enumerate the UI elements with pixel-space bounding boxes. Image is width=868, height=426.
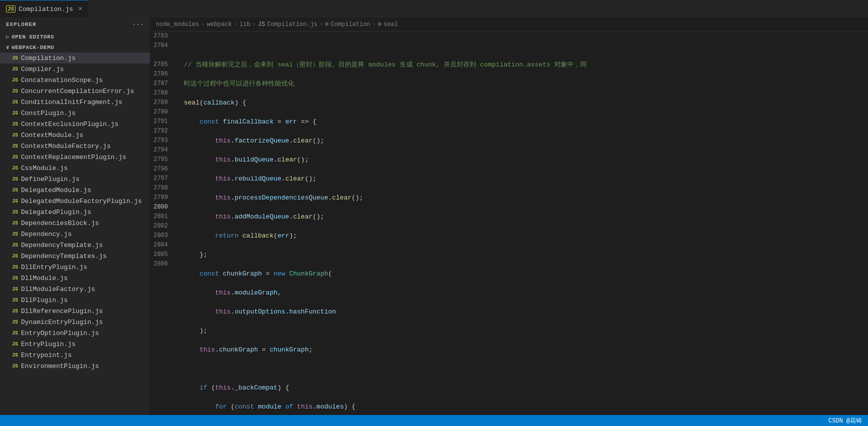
line-num-2793: 2793 (150, 136, 172, 146)
file-name: Compiler.js (21, 66, 64, 73)
sidebar-item-dllmodulefactory-js[interactable]: JS DllModuleFactory.js (0, 284, 150, 294)
code-line-2786: const finalCallback = err => { (184, 117, 868, 126)
js-icon: JS (12, 166, 18, 171)
close-tab-icon[interactable]: × (78, 5, 82, 13)
file-name: DependencyTemplate.js (21, 242, 103, 249)
js-icon: JS (12, 132, 18, 138)
js-icon: JS (12, 254, 18, 259)
line-num-2785: 2785 (150, 60, 172, 70)
sidebar-item-dependency-js[interactable]: JS Dependency.js (0, 228, 150, 240)
sidebar-item-delegatedmodule-js[interactable]: JS DelegatedModule.js (0, 184, 150, 196)
line-num-2801: 2801 (150, 212, 172, 222)
code-content[interactable]: // 当模块解析完之后，会来到 seal（密封）阶段。目的是将 modules … (176, 32, 868, 415)
tab-compilation-js[interactable]: JS Compilation.js × (0, 0, 88, 18)
sidebar-item-compilation-js[interactable]: JS Compilation.js (0, 52, 150, 64)
js-icon: JS (12, 352, 18, 358)
sidebar-item-entrypoint-js[interactable]: JS Entrypoint.js (0, 350, 150, 360)
file-name: CssModule.js (21, 164, 68, 172)
sidebar-item-concurrentcompilationerror-js[interactable]: JS ConcurrentCompilationError.js (0, 86, 150, 96)
sidebar-item-delegatedmodulefactoryplugin-js[interactable]: JS DelegatedModuleFactoryPlugin.js (0, 196, 150, 206)
js-icon: JS (12, 100, 18, 105)
sidebar-item-contextmodulefactory-js[interactable]: JS ContextModuleFactory.js (0, 140, 150, 152)
breadcrumb-js-icon2: JS (258, 21, 265, 28)
breadcrumb-sep: › (234, 21, 237, 28)
code-line-2783 (184, 41, 868, 50)
js-icon: JS (12, 364, 18, 369)
breadcrumb-sep: › (372, 21, 376, 28)
js-icon: JS (12, 122, 18, 127)
js-icon: JS (12, 176, 18, 182)
file-name: DllModule.js (21, 274, 68, 282)
sidebar-item-dependenciesblock-js[interactable]: JS DependenciesBlock.js (0, 218, 150, 228)
breadcrumb-sep: › (201, 21, 204, 28)
code-line-2798: this.chunkGraph = chunkGraph; (184, 345, 868, 354)
breadcrumb-lib: lib (239, 21, 250, 28)
sidebar-header[interactable]: EXPLORER ··· (0, 18, 150, 32)
sidebar-item-cssmodule-js[interactable]: JS CssModule.js (0, 162, 150, 174)
sidebar-item-contextreplacementplugin-js[interactable]: JS ContextReplacementPlugin.js (0, 152, 150, 162)
line-numbers: 2783 2784 2785 2786 2787 2788 2789 2790 … (150, 32, 176, 415)
sidebar-item-dependencytemplate-js[interactable]: JS DependencyTemplate.js (0, 240, 150, 250)
sidebar-item-dependencytemplates-js[interactable]: JS DependencyTemplates.js (0, 250, 150, 262)
explorer-label: EXPLORER (6, 22, 36, 28)
code-line-2788: this.buildQueue.clear(); (184, 155, 868, 164)
sidebar-item-dllplugin-js[interactable]: JS DllPlugin.js (0, 294, 150, 306)
sidebar-item-defineplugin-js[interactable]: JS DefinePlugin.js (0, 174, 150, 184)
breadcrumb-node-modules: node_modules (156, 21, 199, 28)
breadcrumb: node_modules › webpack › lib › JS Compil… (150, 18, 868, 32)
file-name: EnvironmentPlugin.js (21, 362, 99, 370)
code-line-2784: // 当模块解析完之后，会来到 seal（密封）阶段。目的是将 modules … (184, 60, 868, 70)
sidebar-item-contextmodule-js[interactable]: JS ContextModule.js (0, 130, 150, 140)
more-icon[interactable]: ··· (132, 22, 144, 28)
breadcrumb-webpack: webpack (207, 21, 232, 28)
breadcrumb-seal-icon: ⊙ (378, 20, 381, 28)
file-name: ConcurrentCompilationError.js (21, 88, 134, 95)
open-editors-section[interactable]: ▷ OPEN EDITORS (0, 32, 150, 42)
line-num-2790: 2790 (150, 108, 172, 117)
file-name: Compilation.js (21, 54, 75, 62)
open-editors-label: OPEN EDITORS (11, 34, 54, 40)
file-name: Dependency.js (21, 230, 71, 238)
sidebar-item-contextexclusionplugin-js[interactable]: JS ContextExclusionPlugin.js (0, 118, 150, 130)
code-line-2789: this.rebuildQueue.clear(); (184, 174, 868, 184)
code-line-2794: const chunkGraph = new ChunkGraph( (184, 269, 868, 278)
line-num-2791: 2791 (150, 117, 172, 126)
line-num-empty1 (150, 50, 172, 60)
breadcrumb-sep: › (252, 21, 256, 28)
attribution-text: CSDN @花铸 (829, 416, 862, 425)
file-name: DllEntryPlugin.js (21, 264, 87, 271)
sidebar-item-dynamicentryplugin-js[interactable]: JS DynamicEntryPlugin.js (0, 316, 150, 328)
sidebar-item-delegatedplugin-js[interactable]: JS DelegatedPlugin.js (0, 206, 150, 218)
code-line-2785: seal(callback) { (184, 98, 868, 108)
editor-area[interactable]: 2783 2784 2785 2786 2787 2788 2789 2790 … (150, 32, 868, 415)
file-name: ContextModule.js (21, 132, 83, 139)
sidebar-item-entryoptionplugin-js[interactable]: JS EntryOptionPlugin.js (0, 328, 150, 338)
sidebar-item-environmentplugin-js[interactable]: JS EnvironmentPlugin.js (0, 360, 150, 372)
project-section[interactable]: ∨ WEBPACK-DEMO (0, 42, 150, 52)
sidebar-item-dllmodule-js[interactable]: JS DllModule.js (0, 272, 150, 284)
sidebar-item-concatenationscope-js[interactable]: JS ConcatenationScope.js (0, 74, 150, 86)
file-name: EntryOptionPlugin.js (21, 330, 99, 337)
chevron-right-icon: ▷ (6, 34, 9, 40)
sidebar-item-dllentryplugin-js[interactable]: JS DllEntryPlugin.js (0, 262, 150, 272)
js-icon: JS (12, 88, 18, 94)
sidebar-item-conditionalinitfragment-js[interactable]: JS ConditionalInitFragment.js (0, 96, 150, 108)
title-bar: JS Compilation.js × (0, 0, 868, 18)
sidebar-item-constplugin-js[interactable]: JS ConstPlugin.js (0, 108, 150, 118)
js-icon: JS (12, 276, 18, 281)
js-icon: JS (12, 210, 18, 215)
file-name: ContextExclusionPlugin.js (21, 120, 118, 128)
line-num-2795: 2795 (150, 155, 172, 164)
js-icon: JS (12, 242, 18, 248)
line-num-2783: 2783 (150, 32, 172, 41)
sidebar-item-entryplugin-js[interactable]: JS EntryPlugin.js (0, 338, 150, 350)
sidebar-item-dllreferenceplugin-js[interactable]: JS DllReferencePlugin.js (0, 306, 150, 316)
js-icon: JS (12, 220, 18, 226)
file-name: DependencyTemplates.js (21, 252, 107, 260)
file-name: Entrypoint.js (21, 352, 71, 359)
js-icon: JS (12, 154, 18, 160)
file-name: DelegatedModuleFactoryPlugin.js (21, 198, 142, 205)
sidebar-item-compiler-js[interactable]: JS Compiler.js (0, 64, 150, 74)
code-line-2796: this.outputOptions.hashFunction (184, 307, 868, 316)
code-line-2784b: 时这个过程中也可以进行各种性能优化 (184, 79, 868, 88)
